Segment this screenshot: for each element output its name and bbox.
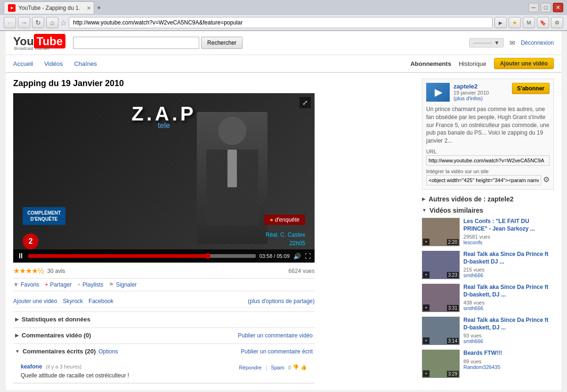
user-dropdown[interactable]: ············ ▼ xyxy=(469,38,504,48)
thumbs-down-icon[interactable]: 👎 xyxy=(292,364,299,370)
nav-chaines[interactable]: Chaînes xyxy=(74,60,97,67)
comments-options-link[interactable]: Options xyxy=(98,348,118,355)
autres-videos-header[interactable]: ▶ Autres vidéos de : zaptele2 xyxy=(422,195,554,203)
signaler-label: Signaler xyxy=(116,281,137,288)
embed-input[interactable] xyxy=(426,175,541,185)
share-ajouter-link[interactable]: Ajouter une vidéo xyxy=(13,298,57,304)
forward-button[interactable]: → xyxy=(18,17,30,28)
publish-video-comment-link[interactable]: Publier un commentaire vidéo xyxy=(238,332,313,339)
play-button[interactable]: ▶ xyxy=(494,17,507,28)
close-window-button[interactable]: ✕ xyxy=(553,3,563,12)
logo-you: You xyxy=(13,35,34,48)
embed-label: Intégrer la vidéo sur un site xyxy=(426,168,550,174)
minimize-button[interactable]: ─ xyxy=(528,3,539,12)
tab-close-icon[interactable]: ✕ xyxy=(87,5,91,11)
deconnexion-link[interactable]: Déconnexion xyxy=(521,40,554,46)
stats-section-header[interactable]: ▶ Statistiques et données xyxy=(13,312,315,327)
play-pause-button[interactable]: ⏸ xyxy=(17,252,24,260)
browser-tab[interactable]: ▶ YouTube - Zapping du 1... ✕ xyxy=(4,1,94,14)
similar-title-1[interactable]: Real Talk aka Since Da Prince ft D-baske… xyxy=(463,251,554,265)
similar-title-4[interactable]: Beards FTW!!! xyxy=(463,350,554,357)
favoris-label: Favoris xyxy=(21,281,39,288)
yt-nav: Accueil Vidéos Chaînes Abonnements Histo… xyxy=(6,55,561,73)
channel-details: zaptele2 19 janvier 2010 (plus d'infos) xyxy=(454,83,508,101)
maximize-button[interactable]: □ xyxy=(541,3,551,12)
add-video-button[interactable]: Ajouter une vidéo xyxy=(494,58,554,69)
share-skyrock-link[interactable]: Skyrock xyxy=(63,298,83,304)
similar-videos-section: ▼ Vidéos similaires + 2:20 Les Confs : "… xyxy=(422,207,554,378)
similar-views-4: 89 vues xyxy=(463,359,554,364)
share-facebook-link[interactable]: Facebook xyxy=(89,298,113,304)
nav-abonnements[interactable]: Abonnements xyxy=(410,60,451,67)
favoris-arrow-icon: ▼ xyxy=(13,281,19,288)
thumb-add-icon-2[interactable]: + xyxy=(423,304,429,311)
embed-settings-icon[interactable]: ⚙ xyxy=(543,175,550,185)
tools-button[interactable]: ⚙ xyxy=(551,17,563,28)
playlists-button[interactable]: + Playlists xyxy=(77,281,103,288)
address-star-icon[interactable]: ☆ xyxy=(60,18,67,27)
mail-icon[interactable]: M xyxy=(523,17,535,28)
similar-video-item: + 3:29 Beards FTW!!! 89 vues Random32643… xyxy=(422,350,554,378)
comment-vote: 0 👎 👍 xyxy=(288,364,307,370)
fullscreen-icon[interactable]: ⛶ xyxy=(305,253,311,260)
similar-channel-4[interactable]: Random326435 xyxy=(463,364,554,370)
nav-accueil[interactable]: Accueil xyxy=(13,60,33,67)
browser-titlebar: ▶ YouTube - Zapping du 1... ✕ + ─ □ ✕ xyxy=(0,0,567,15)
address-bar[interactable] xyxy=(69,17,493,28)
search-input[interactable] xyxy=(73,37,199,49)
similar-channel-0[interactable]: lesconfs xyxy=(463,240,554,245)
similar-channel-3[interactable]: smth666 xyxy=(463,338,554,344)
spam-link[interactable]: Spam xyxy=(271,365,284,370)
back-button[interactable]: ← xyxy=(4,17,16,28)
reload-button[interactable]: ↻ xyxy=(32,17,44,28)
similar-views-1: 215 vues xyxy=(463,267,554,272)
favoris-button[interactable]: ▼ Favoris xyxy=(13,281,39,288)
similar-title-3[interactable]: Real Talk aka Since Da Prince ft D-baske… xyxy=(463,317,554,331)
expand-button[interactable]: ⤢ xyxy=(300,97,311,108)
search-bookmarks-button[interactable]: ★ xyxy=(509,17,521,28)
thumb-add-icon-4[interactable]: + xyxy=(423,370,429,377)
channel-thumbnail: ▶ xyxy=(426,83,450,102)
nav-historique[interactable]: Historique xyxy=(459,60,486,67)
stats-arrow-icon: ▶ xyxy=(15,317,19,322)
left-column: Zapping du 19 Janvier 2010 Z.A.P tele xyxy=(13,79,413,384)
similar-video-item: + 3:31 Real Talk aka Since Da Prince ft … xyxy=(422,284,554,312)
thumbs-up-icon[interactable]: 👍 xyxy=(300,364,307,370)
channel-name[interactable]: zaptele2 xyxy=(454,83,508,90)
reply-link[interactable]: Répondre xyxy=(239,365,261,370)
similar-channel-2[interactable]: smth666 xyxy=(463,305,554,311)
home-button[interactable]: ⌂ xyxy=(46,17,58,28)
similar-video-item: + 3:14 Real Talk aka Since Da Prince ft … xyxy=(422,317,554,345)
nav-videos[interactable]: Vidéos xyxy=(44,60,63,67)
thumb-add-icon-3[interactable]: + xyxy=(423,337,429,344)
thumb-add-icon-1[interactable]: + xyxy=(423,272,429,278)
comments-video-header[interactable]: ▶ Commentaires vidéo (0) Publier un comm… xyxy=(13,328,315,343)
signaler-button[interactable]: ⚑ Signaler xyxy=(109,281,137,288)
url-input[interactable] xyxy=(426,155,550,166)
bookmark-button[interactable]: 🔖 xyxy=(537,17,549,28)
volume-icon: 🔊 xyxy=(293,253,301,260)
partager-button[interactable]: + Partager xyxy=(45,281,72,288)
similar-videos-header[interactable]: ▼ Vidéos similaires xyxy=(422,207,554,214)
publish-ecrit-link[interactable]: Publier un commentaire écrit xyxy=(241,348,313,355)
new-tab-button[interactable]: + xyxy=(97,4,101,11)
comment-author[interactable]: keafone xyxy=(21,363,42,370)
similar-info-1: Real Talk aka Since Da Prince ft D-baske… xyxy=(463,251,554,278)
thumb-add-icon-0[interactable]: + xyxy=(423,239,429,245)
share-more-link[interactable]: (plus d'options de partage) xyxy=(248,298,315,304)
similar-info-2: Real Talk aka Since Da Prince ft D-baske… xyxy=(463,284,554,311)
similar-title-0[interactable]: Les Confs : "LE FAIT DU PRINCE" - Jean S… xyxy=(463,218,554,232)
similar-title-2[interactable]: Real Talk aka Since Da Prince ft D-baske… xyxy=(463,284,554,298)
search-button[interactable]: Rechercher xyxy=(201,37,243,49)
progress-bar[interactable] xyxy=(28,254,256,258)
url-label: URL xyxy=(426,149,550,154)
channel-more-link[interactable]: (plus d'infos) xyxy=(454,96,508,101)
subscribe-button[interactable]: S'abonner xyxy=(512,83,550,94)
similar-channel-1[interactable]: smth666 xyxy=(463,272,554,278)
autres-videos-section: ▶ Autres vidéos de : zaptele2 xyxy=(422,195,554,203)
progress-handle[interactable] xyxy=(205,253,211,259)
comments-ecrit-header[interactable]: ▼ Commentaires écrits (20) Options Publi… xyxy=(13,344,315,359)
denquete-badge: ● d'enquête xyxy=(264,215,305,225)
signaler-flag-icon: ⚑ xyxy=(109,281,114,288)
channel-description: Un prince charmant pas comme les autres,… xyxy=(426,105,550,145)
